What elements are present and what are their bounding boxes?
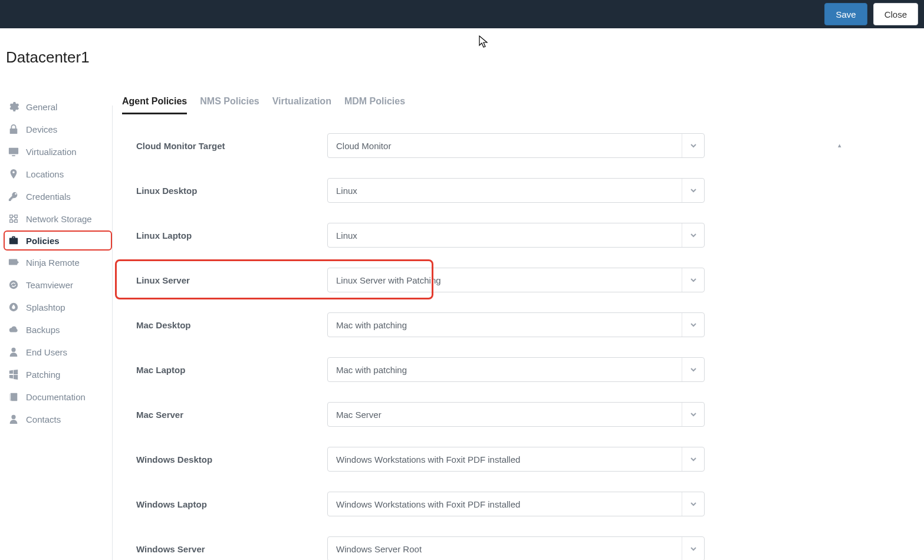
policy-row: Linux DesktopLinux — [136, 178, 827, 203]
policy-select-value: Linux Server with Patching — [328, 275, 682, 285]
book-icon — [8, 391, 19, 402]
policy-row-label: Cloud Monitor Target — [136, 141, 327, 151]
policy-select-value: Windows Workstations with Foxit PDF inst… — [328, 499, 682, 509]
policy-row-label: Linux Desktop — [136, 186, 327, 196]
sidebar-item-label: General — [26, 102, 57, 112]
sidebar-item-backups[interactable]: Backups — [4, 319, 112, 340]
policy-select-value: Mac Server — [328, 410, 682, 420]
chevron-down-icon — [682, 537, 704, 560]
sidebar-item-documentation[interactable]: Documentation — [4, 386, 112, 407]
tab-mdm-policies[interactable]: MDM Policies — [344, 96, 405, 114]
scroll-up-hint-icon: ▴ — [838, 141, 841, 149]
policy-row: Cloud Monitor TargetCloud Monitor — [136, 133, 827, 158]
policy-rows: ▴ Cloud Monitor TargetCloud MonitorLinux… — [120, 133, 827, 560]
policy-select-value: Mac with patching — [328, 320, 682, 330]
sidebar-item-ninja-remote[interactable]: Ninja Remote — [4, 252, 112, 273]
chevron-down-icon — [682, 223, 704, 247]
chevron-down-icon — [682, 134, 704, 157]
policy-row: Windows ServerWindows Server Root — [136, 536, 827, 560]
policy-select[interactable]: Windows Server Root — [327, 536, 705, 560]
policy-row-label: Linux Server — [136, 275, 327, 285]
sidebar-item-label: End Users — [26, 347, 67, 357]
sidebar-item-splashtop[interactable]: Splashtop — [4, 297, 112, 318]
chevron-down-icon — [682, 268, 704, 292]
policy-select[interactable]: Linux Server with Patching — [327, 268, 705, 292]
pin-icon — [8, 169, 19, 179]
circle-drop-icon — [8, 302, 19, 312]
policy-row-label: Windows Desktop — [136, 454, 327, 465]
policy-row: Windows DesktopWindows Workstations with… — [136, 447, 827, 472]
gear-icon — [8, 101, 19, 112]
sidebar-item-label: Locations — [26, 169, 64, 179]
policy-row: Windows LaptopWindows Workstations with … — [136, 492, 827, 516]
sidebar-item-label: Patching — [26, 370, 60, 380]
sidebar-item-virtualization[interactable]: Virtualization — [4, 141, 112, 162]
cloud-icon — [8, 324, 19, 335]
tab-bar: Agent PoliciesNMS PoliciesVirtualization… — [120, 96, 900, 114]
policy-row: Linux LaptopLinux — [136, 223, 827, 248]
policy-row-label: Windows Laptop — [136, 499, 327, 509]
sidebar: GeneralDevicesVirtualizationLocationsCre… — [0, 96, 112, 431]
circle-arrows-icon — [8, 279, 19, 290]
sidebar-item-credentials[interactable]: Credentials — [4, 186, 112, 207]
sidebar-item-network-storage[interactable]: Network Storage — [4, 208, 112, 229]
policy-select[interactable]: Linux — [327, 178, 705, 203]
sidebar-item-label: Devices — [26, 124, 57, 134]
sidebar-item-label: Network Storage — [26, 214, 92, 224]
sidebar-item-general[interactable]: General — [4, 96, 112, 117]
chevron-down-icon — [682, 492, 704, 516]
policy-row-label: Mac Desktop — [136, 320, 327, 330]
policy-row-label: Windows Server — [136, 544, 327, 554]
sidebar-item-label: Teamviewer — [26, 280, 73, 290]
key-icon — [8, 191, 19, 202]
tab-virtualization[interactable]: Virtualization — [272, 96, 331, 114]
policy-select-value: Mac with patching — [328, 365, 682, 375]
policy-select[interactable]: Mac with patching — [327, 312, 705, 337]
chevron-down-icon — [682, 447, 704, 471]
policy-select[interactable]: Linux — [327, 223, 705, 248]
sidebar-item-patching[interactable]: Patching — [4, 364, 112, 385]
main-panel: Agent PoliciesNMS PoliciesVirtualization… — [120, 96, 924, 560]
sidebar-divider — [112, 106, 113, 560]
policy-select[interactable]: Cloud Monitor — [327, 133, 705, 158]
sidebar-item-label: Virtualization — [26, 147, 77, 157]
briefcase-icon — [8, 235, 19, 246]
sidebar-item-contacts[interactable]: Contacts — [4, 409, 112, 430]
policy-select[interactable]: Windows Workstations with Foxit PDF inst… — [327, 447, 705, 472]
policy-select[interactable]: Mac Server — [327, 402, 705, 427]
sidebar-item-teamviewer[interactable]: Teamviewer — [4, 274, 112, 295]
policy-select[interactable]: Windows Workstations with Foxit PDF inst… — [327, 492, 705, 516]
policy-row-label: Mac Server — [136, 410, 327, 420]
policy-select-value: Windows Workstations with Foxit PDF inst… — [328, 454, 682, 465]
sidebar-item-devices[interactable]: Devices — [4, 118, 112, 140]
windows-icon — [8, 369, 19, 380]
tab-agent-policies[interactable]: Agent Policies — [122, 96, 187, 114]
tab-nms-policies[interactable]: NMS Policies — [200, 96, 259, 114]
lock-icon — [8, 124, 19, 134]
sidebar-item-label: Ninja Remote — [26, 258, 80, 268]
save-button[interactable]: Save — [824, 3, 867, 25]
svg-point-0 — [9, 281, 18, 289]
sidebar-item-end-users[interactable]: End Users — [4, 341, 112, 363]
user-icon — [8, 347, 19, 357]
close-button[interactable]: Close — [873, 3, 918, 25]
sidebar-item-label: Credentials — [26, 192, 71, 202]
monitor-icon — [8, 146, 19, 157]
sidebar-item-label: Documentation — [26, 392, 86, 402]
policy-select-value: Linux — [328, 186, 682, 196]
policy-row-label: Mac Laptop — [136, 365, 327, 375]
policy-row: Linux ServerLinux Server with Patching — [136, 268, 827, 292]
sidebar-item-label: Policies — [26, 236, 60, 246]
sidebar-item-label: Backups — [26, 325, 60, 335]
policy-row: Mac DesktopMac with patching — [136, 312, 827, 337]
sidebar-item-policies[interactable]: Policies — [4, 230, 112, 251]
chevron-down-icon — [682, 313, 704, 337]
policy-select-value: Linux — [328, 230, 682, 241]
policy-select[interactable]: Mac with patching — [327, 357, 705, 382]
sidebar-item-label: Contacts — [26, 414, 61, 424]
sidebar-item-label: Splashtop — [26, 302, 65, 312]
remote-icon — [8, 257, 19, 268]
policy-row: Mac LaptopMac with patching — [136, 357, 827, 382]
network-icon — [8, 213, 19, 224]
sidebar-item-locations[interactable]: Locations — [4, 163, 112, 185]
